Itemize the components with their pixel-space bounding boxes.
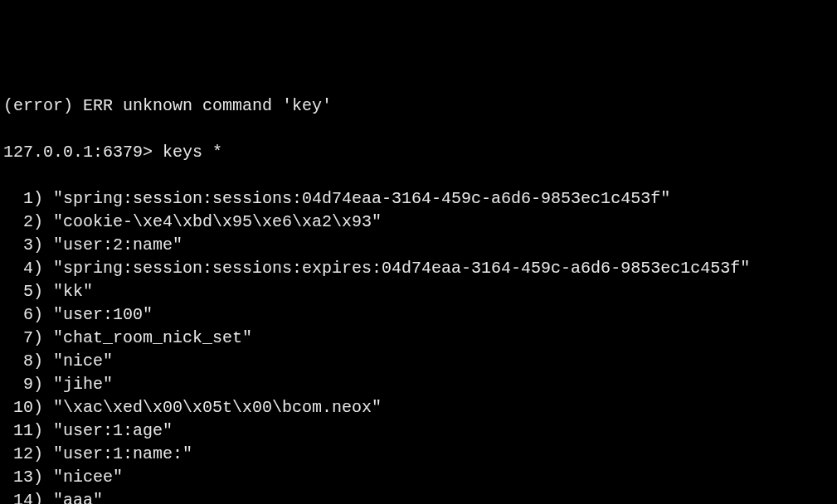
result-row: 5) "kk" — [3, 280, 834, 303]
paren: ) — [33, 235, 53, 254]
paren: ) — [33, 259, 53, 278]
paren: ) — [33, 351, 53, 371]
result-index: 5 — [3, 280, 33, 303]
result-row: 2) "cookie-\xe4\xbd\x95\xe6\xa2\x93" — [3, 211, 834, 234]
command-line[interactable]: 127.0.0.1:6379> keys * — [3, 141, 834, 164]
result-value: "kk" — [53, 282, 93, 301]
result-row: 14) "aaa" — [3, 489, 834, 504]
error-line: (error) ERR unknown command 'key' — [3, 94, 834, 118]
result-row: 4) "spring:session:sessions:expires:04d7… — [3, 257, 834, 280]
result-value: "user:100" — [53, 305, 153, 324]
paren: ) — [33, 282, 53, 301]
result-row: 1) "spring:session:sessions:04d74eaa-316… — [3, 187, 834, 211]
result-row: 9) "jihe" — [3, 373, 834, 396]
result-row: 11) "user:1:age" — [3, 419, 834, 443]
paren: ) — [33, 444, 53, 463]
result-index: 13 — [3, 466, 33, 489]
result-row: 13) "nicee" — [3, 466, 834, 489]
result-row: 8) "nice" — [3, 350, 834, 373]
paren: ) — [33, 189, 53, 208]
paren: ) — [33, 421, 53, 440]
result-row: 3) "user:2:name" — [3, 234, 834, 257]
result-value: "user:1:age" — [53, 421, 173, 440]
result-index: 2 — [3, 211, 33, 234]
result-value: "spring:session:sessions:expires:04d74ea… — [53, 259, 750, 278]
result-row: 10) "\xac\xed\x00\x05t\x00\bcom.neox" — [3, 396, 834, 419]
result-index: 10 — [3, 396, 33, 419]
result-index: 9 — [3, 373, 33, 396]
result-value: "nicee" — [53, 468, 123, 487]
result-value: "nice" — [53, 351, 113, 371]
prompt: 127.0.0.1:6379> — [3, 143, 163, 162]
paren: ) — [33, 328, 53, 347]
paren: ) — [33, 375, 53, 394]
result-index: 7 — [3, 327, 33, 350]
result-value: "cookie-\xe4\xbd\x95\xe6\xa2\x93" — [53, 212, 382, 231]
command-text: keys * — [163, 143, 222, 162]
result-index: 8 — [3, 350, 33, 373]
result-index: 11 — [3, 419, 33, 443]
paren: ) — [33, 468, 53, 487]
result-row: 7) "chat_room_nick_set" — [3, 327, 834, 350]
result-index: 1 — [3, 187, 33, 211]
result-row: 12) "user:1:name:" — [3, 443, 834, 466]
result-value: "user:1:name:" — [53, 444, 192, 463]
paren: ) — [33, 305, 53, 324]
result-row: 6) "user:100" — [3, 303, 834, 327]
result-index: 4 — [3, 257, 33, 280]
result-index: 6 — [3, 303, 33, 327]
result-value: "\xac\xed\x00\x05t\x00\bcom.neox" — [53, 398, 382, 417]
result-index: 14 — [3, 489, 33, 504]
result-value: "jihe" — [53, 375, 113, 394]
paren: ) — [33, 491, 53, 504]
result-index: 3 — [3, 234, 33, 257]
paren: ) — [33, 398, 53, 417]
paren: ) — [33, 212, 53, 231]
result-value: "chat_room_nick_set" — [53, 328, 252, 347]
result-value: "spring:session:sessions:04d74eaa-3164-4… — [53, 189, 670, 208]
result-value: "aaa" — [53, 491, 103, 504]
result-value: "user:2:name" — [53, 235, 182, 254]
result-index: 12 — [3, 443, 33, 466]
results-list: 1) "spring:session:sessions:04d74eaa-316… — [3, 187, 834, 504]
